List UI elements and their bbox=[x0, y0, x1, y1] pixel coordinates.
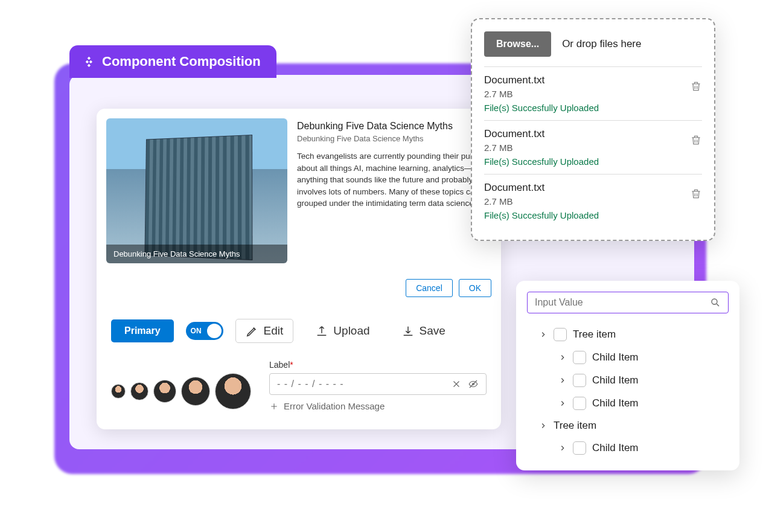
chevron-right-icon bbox=[558, 376, 567, 385]
pencil-icon bbox=[246, 324, 259, 338]
file-name: Document.txt bbox=[484, 74, 702, 86]
search-input[interactable] bbox=[535, 297, 710, 308]
article-subtitle: Debunking Five Data Science Myths bbox=[297, 134, 491, 143]
checkbox[interactable] bbox=[573, 351, 586, 364]
upload-button[interactable]: Upload bbox=[305, 319, 379, 342]
svg-rect-0 bbox=[88, 57, 91, 60]
header-tab: Component Composition bbox=[69, 45, 276, 78]
article-image: Debunking Five Data Science Myths bbox=[106, 118, 287, 263]
avatar bbox=[215, 373, 251, 409]
tree-label: Child Item bbox=[592, 374, 639, 386]
file-status: File(s) Succesfully Uploaded bbox=[484, 210, 702, 220]
tree-item[interactable]: Tree item bbox=[527, 323, 729, 346]
file-size: 2.7 MB bbox=[484, 89, 702, 99]
svg-rect-1 bbox=[86, 60, 89, 63]
date-input[interactable] bbox=[277, 379, 445, 389]
image-caption: Debunking Five Data Science Myths bbox=[106, 245, 287, 263]
chevron-right-icon bbox=[539, 330, 548, 339]
tree-label: Tree item bbox=[554, 420, 596, 432]
tree-child-item[interactable]: Child Item bbox=[527, 392, 729, 415]
search-input-wrap bbox=[527, 292, 729, 313]
toolbar: Primary ON Edit Upload Save bbox=[97, 307, 501, 345]
file-status: File(s) Succesfully Uploaded bbox=[484, 103, 702, 113]
article-title: Debunking Five Data Science Myths bbox=[297, 121, 491, 132]
avatar bbox=[181, 377, 210, 406]
chevron-right-icon bbox=[539, 421, 548, 430]
tree-child-item[interactable]: Child Item bbox=[527, 346, 729, 369]
edit-button[interactable]: Edit bbox=[235, 319, 294, 343]
trash-icon bbox=[690, 188, 702, 200]
delete-file-button[interactable] bbox=[690, 80, 702, 92]
eye-off-icon[interactable] bbox=[468, 379, 479, 389]
toggle-label: ON bbox=[191, 327, 202, 335]
checkbox[interactable] bbox=[573, 374, 586, 387]
file-name: Document.txt bbox=[484, 182, 702, 194]
file-item: Document.txt 2.7 MB File(s) Succesfully … bbox=[484, 174, 702, 228]
field-label: Label* bbox=[269, 360, 487, 370]
delete-file-button[interactable] bbox=[690, 134, 702, 146]
primary-button[interactable]: Primary bbox=[111, 319, 174, 342]
delete-file-button[interactable] bbox=[690, 188, 702, 200]
file-name: Document.txt bbox=[484, 128, 702, 140]
tree-child-item[interactable]: Child Item bbox=[527, 369, 729, 392]
toggle-switch[interactable]: ON bbox=[186, 322, 223, 340]
validation-message: Error Validation Message bbox=[269, 401, 487, 411]
upload-panel: Browse... Or drop files here Document.tx… bbox=[471, 18, 715, 241]
browse-button[interactable]: Browse... bbox=[484, 31, 551, 57]
save-button[interactable]: Save bbox=[392, 319, 455, 342]
article-body: Tech evangelists are currently pounding … bbox=[297, 150, 491, 210]
checkbox[interactable] bbox=[554, 328, 567, 341]
avatar bbox=[153, 380, 176, 403]
chevron-right-icon bbox=[558, 399, 567, 408]
checkbox[interactable] bbox=[573, 397, 586, 410]
tree-panel: Tree itemChild ItemChild ItemChild ItemT… bbox=[516, 281, 739, 470]
search-icon bbox=[710, 297, 721, 308]
tree-label: Tree item bbox=[573, 328, 616, 341]
header-title: Component Composition bbox=[102, 54, 261, 69]
tree-child-item[interactable]: Child Item bbox=[527, 437, 729, 460]
svg-rect-3 bbox=[88, 64, 91, 67]
tree-label: Child Item bbox=[592, 351, 639, 364]
file-status: File(s) Succesfully Uploaded bbox=[484, 156, 702, 167]
avatar bbox=[111, 384, 126, 399]
file-item: Document.txt 2.7 MB File(s) Succesfully … bbox=[484, 120, 702, 174]
tree-item[interactable]: Tree item bbox=[527, 415, 729, 437]
svg-rect-2 bbox=[89, 60, 92, 63]
cancel-button[interactable]: Cancel bbox=[406, 279, 453, 297]
download-icon bbox=[401, 324, 415, 338]
file-size: 2.7 MB bbox=[484, 196, 702, 207]
ok-button[interactable]: OK bbox=[459, 279, 491, 297]
main-card: Debunking Five Data Science Myths Debunk… bbox=[97, 109, 501, 429]
tree-label: Child Item bbox=[592, 397, 639, 409]
chevron-right-icon bbox=[558, 444, 567, 452]
diamond-icon bbox=[85, 56, 96, 67]
drop-text: Or drop files here bbox=[562, 38, 641, 50]
upload-icon bbox=[315, 324, 328, 338]
avatar bbox=[130, 382, 148, 400]
file-item: Document.txt 2.7 MB File(s) Succesfully … bbox=[484, 66, 702, 120]
trash-icon bbox=[690, 134, 702, 146]
tree-label: Child Item bbox=[592, 442, 639, 454]
date-input-wrap bbox=[269, 373, 487, 395]
chevron-right-icon bbox=[558, 353, 567, 362]
clear-icon[interactable] bbox=[451, 379, 462, 389]
plus-icon bbox=[269, 402, 279, 411]
trash-icon bbox=[690, 80, 702, 92]
article: Debunking Five Data Science Myths Debunk… bbox=[97, 109, 501, 273]
svg-point-5 bbox=[712, 299, 717, 304]
file-size: 2.7 MB bbox=[484, 143, 702, 153]
checkbox[interactable] bbox=[573, 441, 586, 455]
avatar-group bbox=[111, 360, 251, 409]
